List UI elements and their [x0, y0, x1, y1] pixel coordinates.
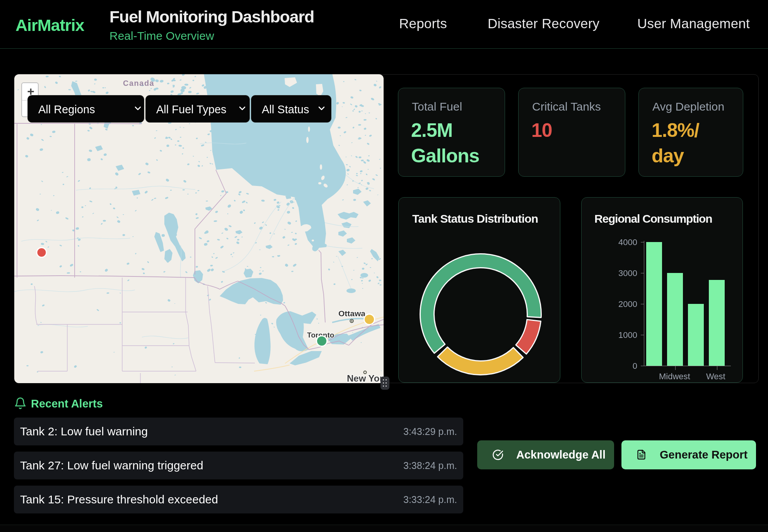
svg-text:Canada: Canada	[123, 79, 154, 87]
svg-text:New York: New York	[347, 373, 384, 383]
svg-text:Ottawa: Ottawa	[338, 309, 365, 318]
